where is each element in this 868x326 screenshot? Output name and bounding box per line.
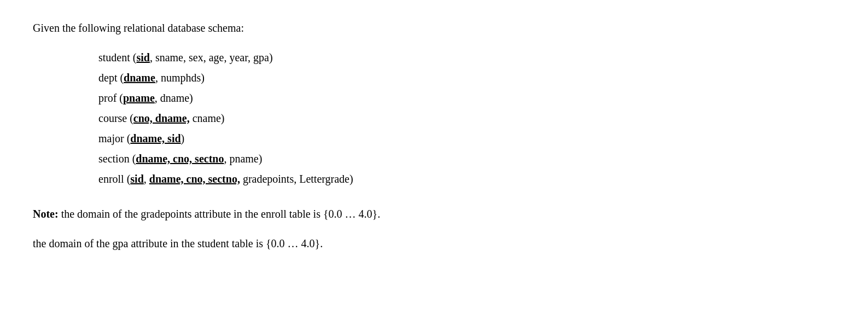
note-block: Note: the domain of the gradepoints attr…: [33, 205, 835, 223]
enroll-label: enroll (: [98, 173, 130, 185]
major-pk: dname, sid: [130, 132, 180, 144]
schema-major: major (dname, sid): [98, 129, 835, 149]
section-rest: , pname): [224, 153, 262, 165]
schema-dept: dept (dname, numphds): [98, 68, 835, 88]
course-pk: cno, dname,: [133, 112, 190, 124]
enroll-rest: gradepoints, Lettergrade): [240, 173, 353, 185]
student-label: student (: [98, 51, 136, 63]
domain-text: the domain of the gpa attribute in the s…: [33, 237, 323, 249]
schema-enroll: enroll (sid, dname, cno, sectno, gradepo…: [98, 169, 835, 189]
schema-section: section (dname, cno, sectno, pname): [98, 149, 835, 169]
intro-text: Given the following relational database …: [33, 22, 835, 34]
student-pk: sid: [136, 51, 149, 63]
enroll-pk2: dname, cno, sectno,: [149, 173, 240, 185]
enroll-pk1: sid: [130, 173, 143, 185]
schema-course: course (cno, dname, cname): [98, 108, 835, 129]
major-label: major (: [98, 132, 130, 144]
course-rest: cname): [190, 112, 225, 124]
enroll-comma1: ,: [144, 173, 149, 185]
dept-label: dept (: [98, 72, 124, 84]
domain-block: the domain of the gpa attribute in the s…: [33, 234, 835, 253]
schema-student: student (sid, sname, sex, age, year, gpa…: [98, 48, 835, 68]
prof-pk: pname: [123, 92, 155, 104]
dept-rest: , numphds): [155, 72, 205, 84]
note-text: the domain of the gradepoints attribute …: [59, 208, 381, 220]
dept-pk: dname: [124, 72, 155, 84]
course-label: course (: [98, 112, 133, 124]
schema-block: student (sid, sname, sex, age, year, gpa…: [98, 48, 835, 189]
schema-prof: prof (pname, dname): [98, 88, 835, 108]
note-label: Note:: [33, 208, 59, 220]
major-rest: ): [181, 132, 185, 144]
section-label: section (: [98, 153, 136, 165]
student-rest: , sname, sex, age, year, gpa): [150, 51, 273, 63]
section-pk: dname, cno, sectno: [136, 153, 224, 165]
prof-label: prof (: [98, 92, 123, 104]
prof-rest: , dname): [155, 92, 193, 104]
